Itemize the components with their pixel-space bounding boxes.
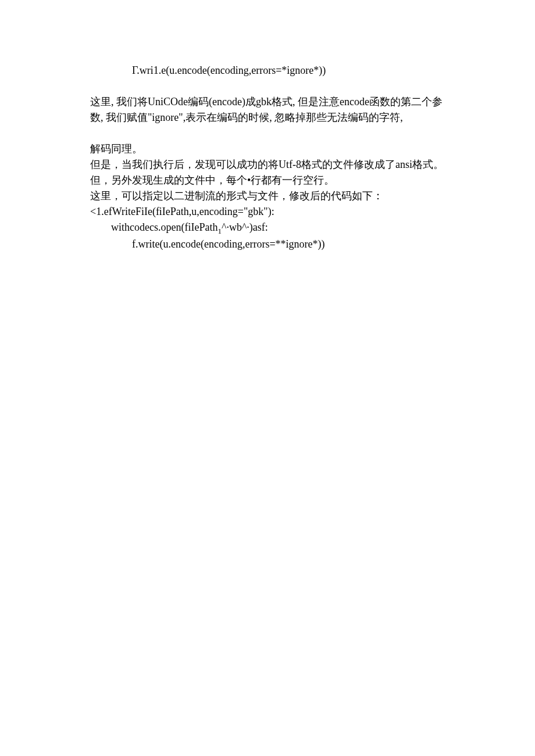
code-line-1: Γ.wri1.e(u.encode(encoding,errors=*ignor… bbox=[90, 63, 445, 78]
code-text-a: withcodecs.open(fiIePath bbox=[111, 221, 217, 233]
spacer bbox=[90, 126, 445, 141]
paragraph-1: 这里, 我们将UniCOde编码(encode)成gbk格式, 但是注意enco… bbox=[90, 94, 445, 126]
code-text-b: ^·wb^·)asf: bbox=[222, 221, 268, 233]
code-line-3: withcodecs.open(fiIePath1^·wb^·)asf: bbox=[90, 220, 445, 237]
code-line-4: f.write(u.encode(encoding,errors=**ignor… bbox=[90, 237, 445, 252]
paragraph-2: 解码同理。 bbox=[90, 141, 445, 157]
spacer bbox=[90, 78, 445, 94]
paragraph-5: 这里，可以指定以二进制流的形式与文件，修改后的代码如下： bbox=[90, 188, 445, 204]
paragraph-3: 但是，当我们执行后，发现可以成功的将Utf-8格式的文件修改成了ansi格式。 bbox=[90, 157, 445, 173]
document-body: Γ.wri1.e(u.encode(encoding,errors=*ignor… bbox=[90, 63, 445, 252]
paragraph-4: 但，另外发现生成的文件中，每个•行都有一行空行。 bbox=[90, 173, 445, 188]
code-line-2: <1.efWriteFiIe(fiIePath,u,encoding="gbk"… bbox=[90, 204, 445, 220]
